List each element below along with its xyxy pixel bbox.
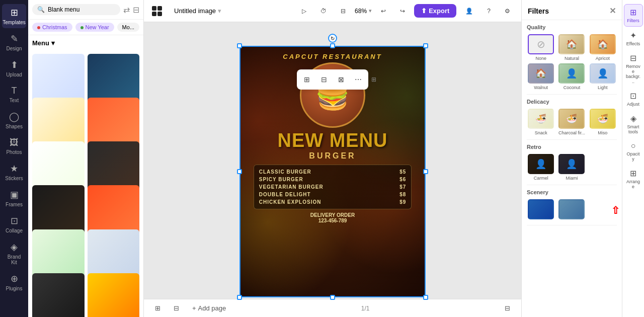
nav-item-design[interactable]: ✎Design <box>2 30 26 54</box>
filter-item-scenery2[interactable] <box>557 199 586 221</box>
filter-item-apricot[interactable]: 🏠Apricot <box>589 34 617 61</box>
filter-grid <box>527 199 617 221</box>
filter-label-miami: Miami <box>566 176 578 181</box>
canvas-tool-more[interactable]: ⋯ <box>351 72 365 87</box>
rotate-handle[interactable]: ↻ <box>328 34 337 43</box>
filter-item-miso[interactable]: 🍜Miso <box>589 109 617 135</box>
undo-btn[interactable]: ↩ <box>376 5 391 17</box>
right-tool-arrange[interactable]: ⊞ Arrange <box>624 166 643 192</box>
template-item[interactable] <box>32 273 85 317</box>
handle-top-right[interactable] <box>423 43 428 48</box>
timer-btn[interactable]: ⏱ <box>315 5 332 17</box>
nav-item-plugins[interactable]: ⊕Plugins <box>2 270 26 294</box>
fit-page-btn[interactable]: ⊟ <box>501 302 514 314</box>
nav-item-collage[interactable]: ⊡Collage <box>2 212 26 236</box>
copy-btn[interactable]: ⊞ <box>151 302 165 314</box>
zoom-chevron[interactable]: ▾ <box>369 8 372 14</box>
nav-item-photos[interactable]: 🖼Photos <box>2 134 26 158</box>
handle-bottom-left[interactable] <box>237 295 242 300</box>
filter-item-light[interactable]: 👤Light <box>589 63 617 90</box>
view-btn[interactable]: ⊟ <box>336 5 351 17</box>
canvas-toolbar: ⊞ ⊟ ⊠ ⋯ ⊞ <box>297 69 368 90</box>
filter-item-snack[interactable]: 🍜Snack <box>527 109 555 135</box>
filter-thumb-none: ⊘ <box>528 34 554 54</box>
paste-btn[interactable]: ⊟ <box>170 302 183 314</box>
nav-item-templates[interactable]: ⊞Templates <box>2 4 26 28</box>
right-tool-smart-tools[interactable]: ◈ Smart tools <box>624 111 643 137</box>
nav-item-upload[interactable]: ⬆Upload <box>2 56 26 81</box>
filter-icon[interactable]: ⊟ <box>133 5 139 15</box>
filter-section-title: Scenery <box>527 189 617 195</box>
photos-icon: 🖼 <box>10 137 19 148</box>
tag-newyear[interactable]: New Year <box>75 23 114 32</box>
svg-rect-0 <box>152 6 156 11</box>
nav-item-brand[interactable]: ◈Brand Kit <box>2 239 26 268</box>
frames-icon: ▣ <box>10 189 19 200</box>
right-tool-adjust[interactable]: ⊡ Adjust <box>624 88 643 110</box>
filter-item-coconut[interactable]: 👤Coconut <box>557 63 586 90</box>
canvas-expand-icon[interactable]: ⊞ <box>371 76 376 83</box>
filters-close-btn[interactable]: ✕ <box>609 6 616 16</box>
filter-item-scenery1[interactable] <box>527 199 555 221</box>
right-tool-remove-bg[interactable]: ⊟ Remove backgr... <box>624 50 643 87</box>
help-btn[interactable]: ? <box>482 5 496 17</box>
filter-icon-snack: 🍜 <box>529 110 553 128</box>
filter-label-snack: Snack <box>535 130 547 135</box>
document-title[interactable]: Untitled image ▾ <box>174 7 221 15</box>
adjust-label: Adjust <box>627 102 639 107</box>
filter-item-natural[interactable]: 🏠Natural <box>557 34 586 61</box>
canvas-tool-1[interactable]: ⊞ <box>300 72 314 87</box>
nav-item-shapes[interactable]: ◯Shapes <box>2 108 26 132</box>
filter-label-coconut: Coconut <box>564 85 581 90</box>
redo-btn[interactable]: ↪ <box>395 5 410 17</box>
filter-item-none[interactable]: ⊘ None <box>527 34 555 61</box>
search-icon: 🔍 <box>37 6 45 13</box>
filter-label-carmel: Carmel <box>534 176 548 181</box>
canvas-tool-3[interactable]: ⊠ <box>334 72 348 87</box>
panel-header-chevron[interactable]: ▾ <box>51 39 55 47</box>
search-input[interactable] <box>48 6 115 13</box>
export-button[interactable]: ⬆ Export <box>414 4 456 18</box>
filter-thumb-charcoal: 🍜 <box>558 109 585 129</box>
menu-item-price: $9 <box>399 199 406 205</box>
filter-item-walnut[interactable]: 🏠Walnut <box>527 63 555 90</box>
add-page-btn[interactable]: + Add page <box>188 302 230 314</box>
handle-top-left[interactable] <box>237 43 242 48</box>
settings-btn[interactable]: ⚙ <box>500 5 515 17</box>
handle-bottom-right[interactable] <box>423 295 428 300</box>
right-tool-opacity[interactable]: ○ Opacity <box>624 138 643 165</box>
handle-top-middle[interactable] <box>330 43 335 48</box>
filter-section-title: Retro <box>527 144 617 150</box>
template-item[interactable] <box>88 273 140 317</box>
search-input-wrap[interactable]: 🔍 <box>32 4 120 15</box>
filter-thumb-walnut: 🏠 <box>528 63 554 84</box>
zoom-level[interactable]: 68% <box>355 8 367 15</box>
filter-icon-carmel: 👤 <box>529 155 553 173</box>
right-tool-effects[interactable]: ✦ Effects <box>624 28 643 49</box>
filter-section-quality: Quality ⊘ None 🏠Natural🏠Apricot🏠Walnut👤C… <box>522 20 622 94</box>
nav-item-text[interactable]: TText <box>2 83 26 106</box>
poster-new-menu: NEW MENU <box>277 130 387 151</box>
select-tool-btn[interactable]: ▷ <box>297 5 311 17</box>
filter-grid: 👤Carmel👤Miami <box>527 154 617 181</box>
filter-item-carmel[interactable]: 👤Carmel <box>527 154 555 181</box>
canvas-tool-2[interactable]: ⊟ <box>317 72 331 87</box>
filter-thumb-scenery2 <box>558 199 585 219</box>
handle-middle-right[interactable] <box>423 169 428 174</box>
filter-section-retro: Retro👤Carmel👤Miami <box>522 140 622 185</box>
shuffle-icon[interactable]: ⇄ <box>123 5 130 15</box>
handle-middle-left[interactable] <box>237 169 242 174</box>
canvas-wrap: ⊞ ⊟ ⊠ ⋯ ⊞ Page 1 CAPCUT RESTAURANT 🍔 NEW… <box>144 44 521 299</box>
tag-mo[interactable]: Mo... <box>117 23 139 32</box>
filter-thumb-coconut: 👤 <box>558 63 585 84</box>
handle-bottom-middle[interactable] <box>330 295 335 300</box>
nav-item-stickers[interactable]: ★Stickers <box>2 160 26 184</box>
filter-thumb-miso: 🍜 <box>590 109 616 129</box>
tag-christmas[interactable]: Christmas <box>32 23 72 32</box>
account-btn[interactable]: 👤 <box>460 5 478 17</box>
filter-item-charcoal[interactable]: 🍜Charcoal fir... <box>557 109 586 135</box>
panel-header: Menu ▾ <box>28 35 143 51</box>
right-tool-filters[interactable]: ⊞ Filters <box>624 4 643 27</box>
nav-item-frames[interactable]: ▣Frames <box>2 186 26 210</box>
filter-item-miami[interactable]: 👤Miami <box>557 154 586 181</box>
